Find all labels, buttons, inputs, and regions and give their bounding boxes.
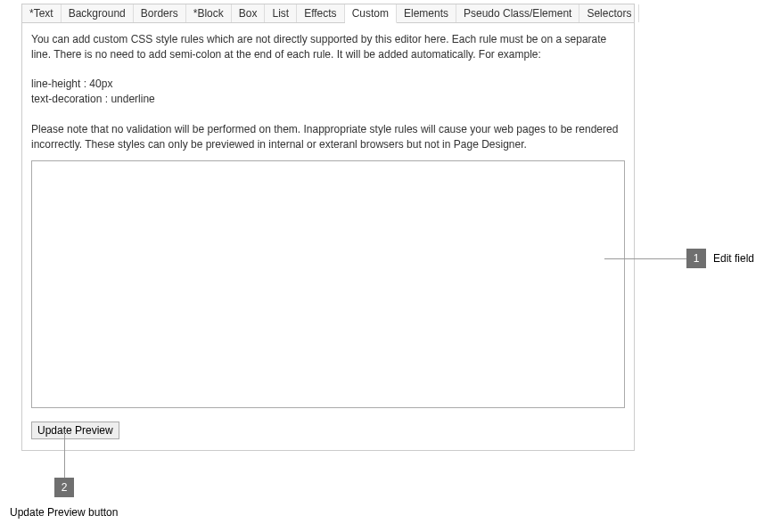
tab-pseudo[interactable]: Pseudo Class/Element xyxy=(456,4,579,22)
tab-effects[interactable]: Effects xyxy=(297,4,344,22)
custom-css-panel: *Text Background Borders *Block Box List… xyxy=(21,4,635,451)
tab-selectors[interactable]: Selectors xyxy=(579,4,639,22)
callout-label-2: Update Preview button xyxy=(10,506,118,519)
content-area: You can add custom CSS style rules which… xyxy=(22,23,634,450)
callout-connector-1 xyxy=(604,258,686,259)
tab-bar: *Text Background Borders *Block Box List… xyxy=(22,4,634,23)
tab-elements[interactable]: Elements xyxy=(397,4,456,22)
tab-custom[interactable]: Custom xyxy=(345,4,397,23)
callout-connector-2 xyxy=(64,433,65,478)
tab-box[interactable]: Box xyxy=(232,4,266,22)
tab-list[interactable]: List xyxy=(265,4,297,22)
tab-block[interactable]: *Block xyxy=(186,4,232,22)
tab-background[interactable]: Background xyxy=(62,4,134,22)
callout-marker-1: 1 xyxy=(686,249,706,268)
update-preview-button[interactable]: Update Preview xyxy=(31,422,119,439)
instructions-text: You can add custom CSS style rules which… xyxy=(31,32,625,151)
custom-css-input[interactable] xyxy=(31,160,625,408)
callout-marker-2: 2 xyxy=(54,478,74,497)
callout-label-1: Edit field xyxy=(713,252,754,265)
tab-text[interactable]: *Text xyxy=(22,4,62,22)
tab-borders[interactable]: Borders xyxy=(134,4,186,22)
